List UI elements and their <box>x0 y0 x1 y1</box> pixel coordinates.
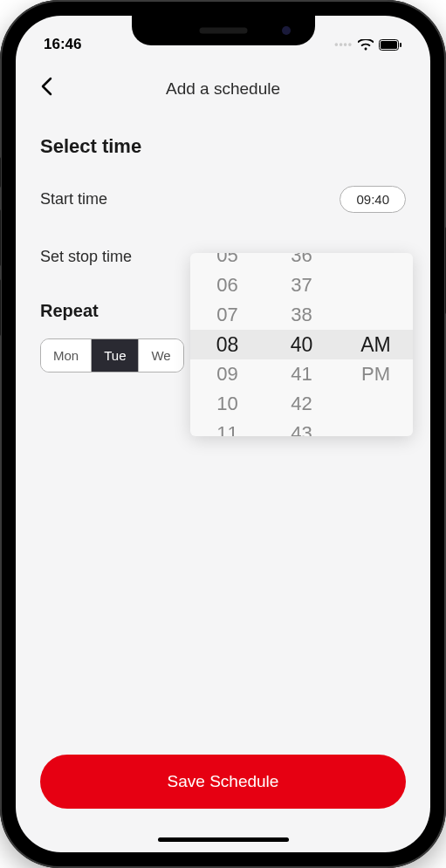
hour-option[interactable]: 06 <box>216 270 237 300</box>
minute-option[interactable]: 38 <box>291 300 312 330</box>
minute-option[interactable]: 42 <box>291 389 312 419</box>
hour-column[interactable]: 04 05 06 07 08 09 10 11 12 <box>190 253 264 436</box>
section-title: Select time <box>40 135 406 158</box>
front-camera-icon <box>282 26 291 35</box>
svg-rect-1 <box>381 41 397 49</box>
status-time: 16:46 <box>44 36 81 53</box>
phone-frame: 16:46 •••• Add a schedule Select time St… <box>0 0 446 868</box>
cellular-dots-icon: •••• <box>334 38 353 51</box>
back-button[interactable] <box>40 75 52 102</box>
volume-up-button <box>0 209 1 266</box>
minute-option-selected[interactable]: 40 <box>291 330 313 359</box>
save-schedule-button[interactable]: Save Schedule <box>40 755 406 809</box>
minute-option[interactable]: 37 <box>291 270 312 300</box>
period-option-am[interactable]: AM <box>360 330 391 359</box>
minute-option[interactable]: 41 <box>291 359 312 389</box>
start-time-value[interactable]: 09:40 <box>340 186 406 213</box>
svg-rect-2 <box>400 43 401 47</box>
hour-option[interactable]: 11 <box>216 419 237 436</box>
minute-option[interactable]: 36 <box>291 253 312 270</box>
minute-column[interactable]: 35 36 37 38 40 41 42 43 44 <box>264 253 339 436</box>
page-title: Add a schedule <box>166 79 280 99</box>
period-option-pm[interactable]: PM <box>361 359 390 389</box>
start-time-label: Start time <box>40 190 107 208</box>
stop-time-label: Set stop time <box>40 248 132 266</box>
volume-down-button <box>0 279 1 336</box>
day-wed[interactable]: We <box>139 339 182 372</box>
silent-switch <box>0 157 1 188</box>
day-selector: Mon Tue We <box>40 338 184 372</box>
hour-option[interactable]: 07 <box>216 300 237 330</box>
hour-option[interactable]: 09 <box>216 359 237 389</box>
start-time-row: Start time 09:40 <box>40 186 406 213</box>
nav-bar: Add a schedule <box>16 59 430 121</box>
day-mon[interactable]: Mon <box>41 339 92 372</box>
notch <box>132 16 315 45</box>
status-right: •••• <box>334 38 402 51</box>
period-column[interactable]: AM PM <box>339 253 413 436</box>
screen: 16:46 •••• Add a schedule Select time St… <box>16 16 430 852</box>
day-tue[interactable]: Tue <box>92 339 139 372</box>
time-picker-popup[interactable]: 04 05 06 07 08 09 10 11 12 35 36 37 38 <box>190 253 413 436</box>
wifi-icon <box>358 39 374 51</box>
hour-option[interactable]: 10 <box>216 389 237 419</box>
minute-option[interactable]: 43 <box>291 419 312 436</box>
battery-icon <box>379 39 402 51</box>
home-indicator[interactable] <box>158 837 289 842</box>
hour-option[interactable]: 05 <box>216 253 237 270</box>
hour-option-selected[interactable]: 08 <box>216 330 239 359</box>
